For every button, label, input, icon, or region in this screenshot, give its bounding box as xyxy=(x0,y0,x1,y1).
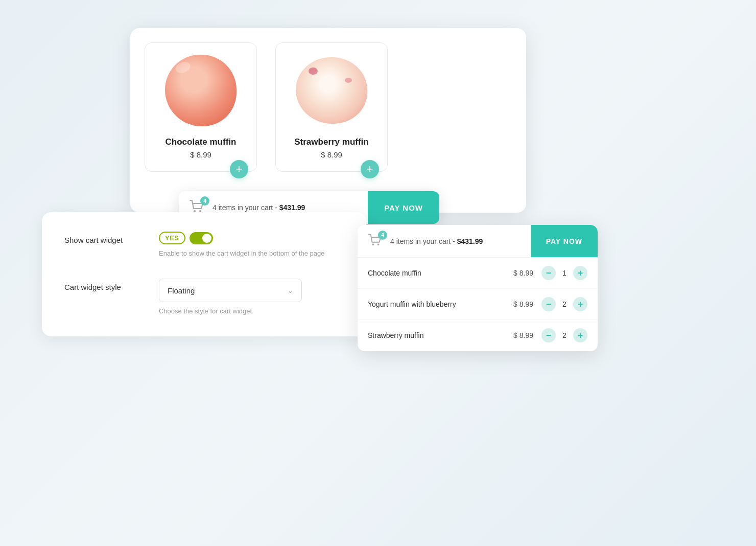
widget-style-description: Choose the style for cart widget xyxy=(159,307,344,315)
product-name-chocolate: Chocolate muffin xyxy=(166,137,237,147)
qty-controls-2: − 2 + xyxy=(541,328,587,343)
product-name-strawberry: Strawberry muffin xyxy=(294,137,368,147)
widget-style-control: Floating ⌄ Choose the style for cart wid… xyxy=(159,279,344,315)
dropdown-value: Floating xyxy=(168,286,195,295)
top-product-card: Chocolate muffin $ 8.99 + Strawberry muf… xyxy=(130,28,526,213)
product-card-chocolate: Chocolate muffin $ 8.99 + xyxy=(145,42,257,172)
qty-controls-1: − 2 + xyxy=(541,297,587,311)
toggle-yes-label: YES xyxy=(159,232,185,244)
expanded-cart-panel: 4 4 items in your cart - $431.99 PAY NOW… xyxy=(358,225,598,351)
product-price-strawberry: $ 8.99 xyxy=(321,150,342,159)
widget-style-dropdown-container: Floating ⌄ xyxy=(159,279,302,302)
qty-num-1: 2 xyxy=(561,300,568,308)
cart-items-list: Chocolate muffin $ 8.99 − 1 + Yogurt muf… xyxy=(358,258,598,351)
toggle-wrap: YES xyxy=(159,232,344,244)
pay-now-button-expanded[interactable]: PAY NOW xyxy=(531,225,598,257)
cart-item-row: Strawberry muffin $ 8.99 − 2 + xyxy=(358,320,598,351)
cart-item-name-0: Chocolate muffin xyxy=(368,269,503,277)
ice-cream-illustration-white xyxy=(296,57,367,124)
chevron-down-icon: ⌄ xyxy=(288,287,293,294)
qty-num-2: 2 xyxy=(561,331,568,339)
expanded-cart-badge: 4 xyxy=(378,231,387,240)
cart-badge-top: 4 xyxy=(200,196,209,206)
widget-style-dropdown[interactable]: Floating ⌄ xyxy=(159,279,302,302)
settings-panel: Show cart widget YES Enable to show the … xyxy=(42,212,366,336)
add-to-cart-strawberry[interactable]: + xyxy=(361,160,379,178)
expanded-cart-text: 4 items in your cart - $431.99 xyxy=(390,237,483,245)
qty-minus-0[interactable]: − xyxy=(541,266,556,280)
cart-item-row: Chocolate muffin $ 8.99 − 1 + xyxy=(358,258,598,289)
product-image-strawberry xyxy=(293,52,370,129)
qty-minus-2[interactable]: − xyxy=(541,328,556,343)
cart-text-top: 4 items in your cart - $431.99 xyxy=(212,203,305,212)
expanded-cart-header: 4 4 items in your cart - $431.99 PAY NOW xyxy=(358,225,598,258)
add-to-cart-chocolate[interactable]: + xyxy=(230,160,248,178)
cart-item-name-2: Strawberry muffin xyxy=(368,331,503,339)
cart-item-price-1: $ 8.99 xyxy=(503,300,533,308)
product-image-chocolate xyxy=(162,52,239,129)
pay-now-button-top[interactable]: PAY NOW xyxy=(368,191,439,224)
qty-minus-1[interactable]: − xyxy=(541,297,556,311)
product-price-chocolate: $ 8.99 xyxy=(190,150,211,159)
show-widget-control: YES Enable to show the cart widget in th… xyxy=(159,232,344,257)
svg-point-2 xyxy=(372,243,374,245)
widget-style-row: Cart widget style Floating ⌄ Choose the … xyxy=(64,279,344,315)
show-widget-description: Enable to show the cart widget in the bo… xyxy=(159,249,344,257)
qty-plus-0[interactable]: + xyxy=(573,266,587,280)
product-card-strawberry: Strawberry muffin $ 8.99 + xyxy=(275,42,388,172)
expanded-cart-icon-wrap: 4 xyxy=(368,234,383,249)
cart-item-price-2: $ 8.99 xyxy=(503,331,533,339)
show-widget-row: Show cart widget YES Enable to show the … xyxy=(64,232,344,257)
cart-item-price-0: $ 8.99 xyxy=(503,269,533,277)
qty-controls-0: − 1 + xyxy=(541,266,587,280)
show-widget-label: Show cart widget xyxy=(64,232,159,244)
qty-plus-1[interactable]: + xyxy=(573,297,587,311)
cart-widget-toggle[interactable] xyxy=(190,232,213,244)
cart-item-row: Yogurt muffin with blueberry $ 8.99 − 2 … xyxy=(358,289,598,320)
svg-point-3 xyxy=(377,243,380,245)
expanded-cart-info: 4 4 items in your cart - $431.99 xyxy=(358,234,531,249)
qty-plus-2[interactable]: + xyxy=(573,328,587,343)
qty-num-0: 1 xyxy=(561,269,568,277)
ice-cream-illustration-pink xyxy=(165,55,237,126)
cart-item-name-1: Yogurt muffin with blueberry xyxy=(368,300,503,308)
widget-style-label: Cart widget style xyxy=(64,279,159,291)
